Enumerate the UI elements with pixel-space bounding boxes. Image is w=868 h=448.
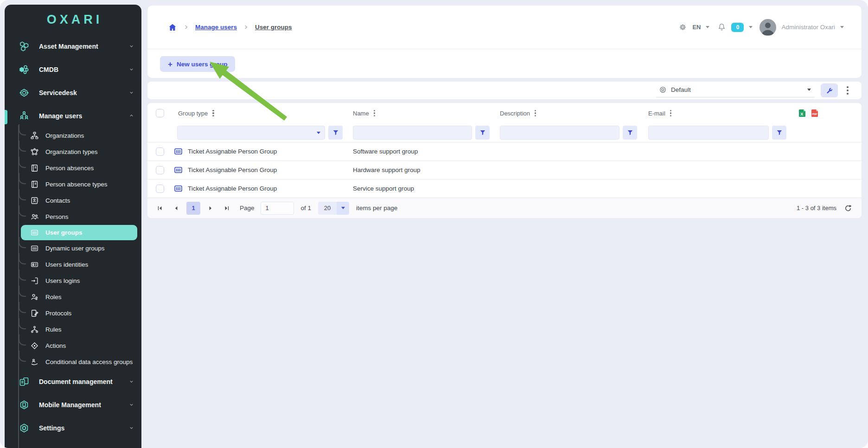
cell-name: Software support group xyxy=(350,148,497,155)
sidebar-item-conditional-data-access-groups[interactable]: Conditional data access groups xyxy=(5,354,141,370)
table-row[interactable]: Ticket Assignable Person Group Hardware … xyxy=(147,160,862,179)
sidebar-item-label: Roles xyxy=(45,294,62,301)
export-pdf-icon[interactable]: PDF xyxy=(810,109,819,118)
page-header-card: Manage users User groups EN 0 Administra… xyxy=(147,6,862,78)
column-menu-icon[interactable] xyxy=(670,110,671,117)
sidebar-item-label: Asset Management xyxy=(39,43,98,50)
cell-name: Service support group xyxy=(350,185,497,192)
page-size-select[interactable]: 20 xyxy=(318,202,349,215)
sidebar-item-label: Users identities xyxy=(45,261,88,268)
new-users-group-button[interactable]: + New users group xyxy=(160,56,235,72)
refresh-icon[interactable] xyxy=(844,204,852,212)
page-count-label: of 1 xyxy=(301,205,312,211)
previous-page-button[interactable] xyxy=(170,202,182,214)
sidebar-item-label: Persons xyxy=(45,213,69,220)
sidebar-item-cmdb[interactable]: CMDB xyxy=(5,58,141,81)
actions-icon xyxy=(30,341,39,350)
next-page-button[interactable] xyxy=(204,202,217,214)
column-header-name[interactable]: Name xyxy=(353,110,369,117)
cell-group-type: Ticket Assignable Person Group xyxy=(188,166,277,173)
sidebar-item-settings[interactable]: Settings xyxy=(5,416,141,440)
tree-branch xyxy=(19,318,26,329)
cmdb-icon xyxy=(19,64,30,75)
select-all-checkbox[interactable] xyxy=(156,109,164,117)
topbar-controls: EN 0 Administrator Oxari xyxy=(678,19,844,36)
persons-icon xyxy=(30,212,39,221)
sidebar-item-mobile-management[interactable]: Mobile Management xyxy=(5,393,141,416)
user-groups-icon xyxy=(30,228,39,237)
name-filter-button[interactable] xyxy=(475,126,490,140)
table-row[interactable]: Ticket Assignable Person Group Service s… xyxy=(147,179,862,198)
email-filter-input[interactable] xyxy=(648,126,769,140)
page-number-input[interactable] xyxy=(261,202,294,215)
row-checkbox[interactable] xyxy=(156,166,164,174)
column-menu-icon[interactable] xyxy=(374,110,375,117)
view-selector-dropdown[interactable]: Default xyxy=(656,83,815,97)
tree-branch xyxy=(19,141,26,152)
group-type-filter-dropdown[interactable] xyxy=(177,126,325,140)
tree-branch xyxy=(19,157,26,168)
avatar[interactable] xyxy=(760,19,776,36)
grid-toolbar: Default xyxy=(147,82,862,99)
chevron-down-icon[interactable] xyxy=(840,26,844,28)
more-options-menu[interactable] xyxy=(844,84,851,96)
chevron-down-icon xyxy=(129,65,134,74)
last-page-button[interactable] xyxy=(221,202,233,214)
sidebar-item-user-groups[interactable]: User groups xyxy=(21,225,137,240)
language-selector[interactable]: EN xyxy=(692,24,701,31)
chevron-up-icon xyxy=(129,112,134,120)
grid-settings-button[interactable] xyxy=(821,83,838,97)
column-header-email[interactable]: E-mail xyxy=(648,110,665,117)
group-type-filter-button[interactable] xyxy=(328,126,343,140)
first-page-button[interactable] xyxy=(154,202,166,214)
name-filter-input[interactable] xyxy=(353,126,472,140)
export-excel-icon[interactable]: X xyxy=(798,109,807,118)
svg-text:PDF: PDF xyxy=(812,113,817,115)
column-menu-icon[interactable] xyxy=(212,110,214,117)
chevron-right-icon xyxy=(183,24,189,30)
chevron-down-icon xyxy=(129,424,134,432)
column-menu-icon[interactable] xyxy=(535,110,536,117)
person-absences-icon xyxy=(30,164,39,173)
table-row[interactable]: Ticket Assignable Person Group Software … xyxy=(147,142,862,160)
sidebar-item-persons[interactable]: Persons xyxy=(5,209,141,225)
page-number-button[interactable]: 1 xyxy=(186,202,200,215)
description-filter-button[interactable] xyxy=(623,126,637,140)
sidebar-item-label: Document management xyxy=(39,378,113,385)
tree-branch xyxy=(19,124,26,135)
rules-icon xyxy=(30,325,39,334)
users-identities-icon xyxy=(30,260,39,269)
sidebar-item-label: Actions xyxy=(45,342,66,349)
sidebar-item-label: Contacts xyxy=(45,197,70,204)
column-header-description[interactable]: Description xyxy=(500,110,530,117)
home-icon[interactable] xyxy=(168,23,177,32)
user-name[interactable]: Administrator Oxari xyxy=(781,24,835,31)
chevron-down-icon[interactable] xyxy=(749,26,753,28)
tree-branch xyxy=(19,189,26,200)
description-filter-input[interactable] xyxy=(500,126,619,140)
sidebar-item-servicedesk[interactable]: Servicedesk xyxy=(5,81,141,104)
logo-text: OXARI xyxy=(44,13,103,27)
bell-icon[interactable] xyxy=(717,23,726,32)
settings-icon xyxy=(19,422,30,434)
sidebar-item-label: Rules xyxy=(45,326,62,333)
row-checkbox[interactable] xyxy=(156,185,164,193)
breadcrumb-manage-users[interactable]: Manage users xyxy=(195,24,237,31)
sidebar-item-document-management[interactable]: Document management xyxy=(5,370,141,393)
sidebar-item-asset-management[interactable]: Asset Management xyxy=(5,35,141,58)
notification-badge[interactable]: 0 xyxy=(731,23,744,32)
tree-branch xyxy=(19,205,26,217)
chevron-down-icon xyxy=(129,89,134,97)
sidebar-item-label: User groups xyxy=(45,229,83,236)
row-checkbox[interactable] xyxy=(156,147,164,156)
gear-icon[interactable] xyxy=(678,23,687,32)
chevron-down-icon[interactable] xyxy=(706,26,709,28)
chevron-down-icon xyxy=(807,89,811,91)
dynamic-user-groups-icon xyxy=(30,244,39,253)
servicedesk-icon xyxy=(19,87,30,98)
email-filter-button[interactable] xyxy=(772,126,786,140)
table-header-row: Group type Name Description E-mail X PDF xyxy=(147,103,862,123)
sidebar: OXARI Asset Management CMDB Servicedesk … xyxy=(5,5,141,448)
column-header-group-type[interactable]: Group type xyxy=(178,110,208,117)
user-group-icon xyxy=(173,184,183,193)
